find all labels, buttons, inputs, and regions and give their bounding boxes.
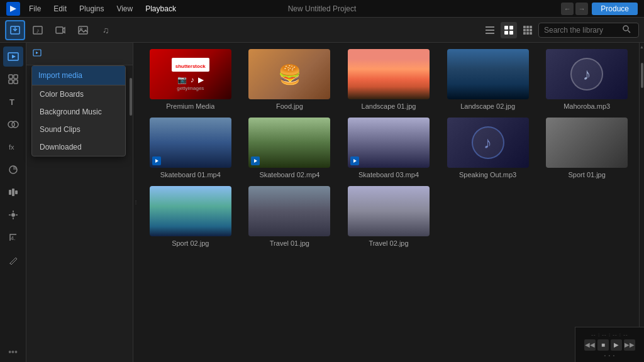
panel-header — [26, 43, 133, 65]
svg-rect-11 — [504, 26, 508, 30]
sidebar-motion-icon[interactable] — [3, 205, 23, 225]
project-title: New Untitled Project — [288, 4, 357, 13]
sound-clips-item[interactable]: Sound Clips — [32, 121, 125, 138]
undo-button[interactable]: ← — [561, 3, 574, 15]
svg-rect-14 — [509, 31, 513, 35]
svg-text:♪: ♪ — [36, 27, 40, 34]
svg-rect-27 — [9, 75, 13, 79]
menu-view[interactable]: View — [111, 3, 138, 14]
svg-rect-23 — [530, 32, 532, 35]
sidebar-overlay-icon[interactable] — [3, 114, 23, 134]
sidebar-pen-icon[interactable] — [3, 250, 23, 270]
menu-file[interactable]: File — [24, 3, 46, 14]
panel-scrollbar[interactable] — [129, 65, 133, 362]
next-frame-button[interactable]: ▶▶ — [624, 339, 635, 351]
media-label-landscape1: Landscape 01.jpg — [362, 102, 416, 110]
media-label-travel2: Travel 02.jpg — [369, 239, 408, 247]
redo-button[interactable]: → — [575, 3, 588, 15]
sidebar-fx-icon[interactable]: fx — [3, 137, 23, 157]
svg-line-25 — [628, 30, 631, 33]
library-panel: Import media Color Boards Background Mus… — [26, 43, 133, 362]
app-logo — [6, 2, 20, 16]
sidebar-text-icon[interactable]: T — [3, 92, 23, 112]
svg-rect-18 — [523, 29, 526, 31]
media-item-skate2[interactable]: Skateboard 02.mp4 — [244, 118, 336, 178]
stop-button[interactable]: ■ — [597, 339, 609, 351]
play-button[interactable]: ▶ — [611, 339, 622, 351]
media-content[interactable]: shutterstock 📷 ♪ ▶ gettyimages Premium M… — [138, 43, 639, 362]
color-boards-item[interactable]: Color Boards — [32, 85, 125, 103]
panel-resize-handle[interactable]: ⋮ — [133, 43, 138, 362]
image-tab-button[interactable] — [73, 20, 93, 40]
svg-rect-21 — [523, 32, 526, 35]
panel-header-icon — [33, 48, 42, 59]
sidebar-color-icon[interactable] — [3, 160, 23, 180]
menu-bar: File Edit Plugins View Playback — [24, 3, 181, 14]
playback-area: -- : -- : -- : -- ◀◀ ■ ▶ ▶▶ • • • — [575, 327, 644, 362]
media-item-landscape1[interactable]: Landscape 01.jpg — [343, 49, 435, 110]
background-music-item[interactable]: Background Music — [32, 103, 125, 121]
svg-text:fx: fx — [9, 143, 14, 151]
media-label-landscape2: Landscape 02.jpg — [460, 102, 515, 110]
svg-text:4.: 4. — [11, 235, 16, 241]
svg-rect-9 — [486, 30, 494, 31]
title-bar-right: ← → Produce — [561, 3, 638, 15]
grid-view-button[interactable] — [501, 22, 517, 38]
menu-playback[interactable]: Playback — [140, 3, 181, 14]
title-bar-left: File Edit Plugins View Playback — [6, 2, 181, 16]
menu-edit[interactable]: Edit — [48, 3, 72, 14]
media-thumb-mahoroba: ♪ — [546, 49, 628, 99]
search-input[interactable] — [544, 26, 619, 35]
menu-plugins[interactable]: Plugins — [74, 3, 109, 14]
list-view-button[interactable] — [482, 22, 498, 38]
playback-controls: ◀◀ ■ ▶ ▶▶ — [584, 339, 635, 351]
media-item-skate3[interactable]: Skateboard 03.mp4 — [343, 118, 435, 178]
resize-dots: ⋮ — [133, 200, 138, 205]
main-area: T fx — [0, 43, 644, 362]
sidebar-effects-icon[interactable] — [3, 69, 23, 89]
more-tools-button[interactable]: ••• — [8, 347, 18, 357]
media-thumb-premium: shutterstock 📷 ♪ ▶ gettyimages — [150, 49, 231, 99]
media-item-landscape2[interactable]: Landscape 02.jpg — [442, 49, 534, 110]
media-thumb-travel2 — [348, 186, 430, 236]
video-badge-skate2 — [251, 156, 260, 165]
scroll-up-arrow[interactable]: ▲ — [640, 43, 645, 50]
downloaded-item[interactable]: Downloaded — [32, 138, 125, 156]
svg-rect-17 — [530, 26, 532, 28]
video-tab-button[interactable] — [50, 20, 70, 40]
svg-point-24 — [623, 26, 628, 31]
media-item-travel2[interactable]: Travel 02.jpg — [343, 186, 435, 247]
svg-rect-19 — [526, 29, 529, 31]
media-thumb-sport1 — [546, 118, 628, 168]
media-label-speaking: Speaking Out.mp3 — [459, 171, 516, 178]
media-item-travel1[interactable]: Travel 01.jpg — [244, 186, 336, 247]
sidebar-audio-icon[interactable] — [3, 182, 23, 202]
large-grid-view-button[interactable] — [519, 22, 536, 38]
media-item-sport2[interactable]: Sport 02.jpg — [145, 186, 236, 247]
media-label-skate1: Skateboard 01.mp4 — [160, 171, 221, 178]
media-item-skate1[interactable]: Skateboard 01.mp4 — [145, 118, 236, 178]
import-media-button[interactable] — [5, 20, 25, 40]
import-dropdown: Import media Color Boards Background Mus… — [31, 65, 126, 156]
content-scrollbar[interactable]: ▲ ▼ — [639, 43, 644, 362]
svg-rect-37 — [12, 189, 14, 196]
media-item-mahoroba[interactable]: ♪ Mahoroba.mp3 — [541, 49, 633, 110]
sidebar-marker-icon[interactable]: 4. — [3, 228, 23, 248]
media-thumb-skate2 — [248, 118, 330, 168]
svg-rect-13 — [504, 31, 508, 35]
media-item-sport1[interactable]: Sport 01.jpg — [541, 118, 633, 178]
produce-button[interactable]: Produce — [592, 3, 638, 15]
sidebar-media-icon[interactable] — [3, 47, 23, 67]
media-thumb-sport2 — [150, 186, 231, 236]
media-grid: shutterstock 📷 ♪ ▶ gettyimages Premium M… — [145, 49, 633, 247]
sidebar-icons: T fx — [0, 43, 26, 362]
media-item-speaking[interactable]: ♪ Speaking Out.mp3 — [442, 118, 534, 178]
media-item-food[interactable]: 🍔 Food.jpg — [244, 49, 336, 110]
media-item-premium[interactable]: shutterstock 📷 ♪ ▶ gettyimages Premium M… — [145, 49, 236, 110]
view-controls — [482, 22, 536, 38]
scroll-thumb[interactable] — [641, 63, 643, 88]
music-tab-button[interactable]: ♪ — [28, 20, 48, 40]
media-thumb-skate3 — [348, 118, 430, 168]
audio-tab-button[interactable]: ♫ — [96, 20, 116, 40]
prev-frame-button[interactable]: ◀◀ — [584, 339, 596, 351]
